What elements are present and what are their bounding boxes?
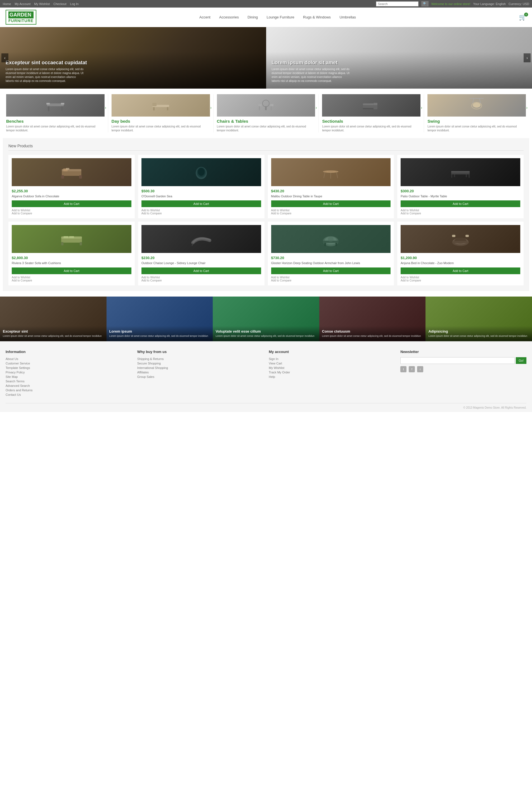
search-input[interactable] — [376, 1, 418, 6]
product-price-6: $230.20 — [141, 256, 261, 260]
footer-privacy-policy[interactable]: Privacy Policy — [5, 370, 132, 374]
banner-title-2: Lorem ipsum — [109, 329, 210, 333]
compare-link-2[interactable]: Add to Compare — [141, 212, 261, 215]
wishlist-link-2[interactable]: Add to Wishlist — [141, 209, 261, 212]
footer-international[interactable]: International Shopping — [137, 366, 263, 369]
svg-rect-27 — [61, 175, 64, 178]
footer-affiliates[interactable]: Affiliates — [137, 370, 263, 374]
footer-shipping-returns[interactable]: Shipping & Returns — [137, 357, 263, 361]
footer-track-order[interactable]: Track My Order — [269, 370, 395, 374]
footer-about-us[interactable]: About Us — [5, 357, 132, 361]
nav-checkout[interactable]: Checkout — [53, 2, 66, 5]
product-links-4: Add to Wishlist Add to Compare — [401, 209, 520, 215]
footer-advanced-search[interactable]: Advanced Search — [5, 384, 132, 387]
category-bench-arrow: › — [105, 106, 106, 110]
wishlist-link-4[interactable]: Add to Wishlist — [401, 209, 520, 212]
footer-help[interactable]: Help — [269, 375, 395, 379]
svg-rect-19 — [374, 103, 377, 105]
category-sectionals-title: Sectionals — [322, 119, 420, 123]
compare-link-4[interactable]: Add to Compare — [401, 212, 520, 215]
banner-item-4[interactable]: Conse ctetuusm Lorem ipsum dolor sit ame… — [319, 297, 426, 341]
logo-furniture: FURNITURE — [8, 18, 34, 23]
add-to-cart-button-7[interactable]: Add to Cart — [271, 267, 391, 274]
add-to-cart-button-1[interactable]: Add to Cart — [12, 200, 131, 207]
category-benches[interactable]: Benches Lorem ipsum dolor sit amet conse… — [3, 94, 108, 133]
svg-rect-4 — [61, 103, 64, 104]
footer-sign-in[interactable]: Sign In — [269, 357, 395, 361]
footer-template-settings[interactable]: Template Settings — [5, 366, 132, 369]
slider-next-button[interactable]: › — [524, 53, 531, 62]
banner-item-1[interactable]: Excepteur sint Lorem ipsum dolor sit ame… — [0, 297, 107, 341]
compare-link-1[interactable]: Add to Compare — [12, 212, 131, 215]
add-to-cart-button-6[interactable]: Add to Cart — [141, 267, 261, 274]
add-to-cart-button-4[interactable]: Add to Cart — [401, 200, 520, 207]
footer-secure-shopping[interactable]: Secure Shopping — [137, 362, 263, 365]
wishlist-link-5[interactable]: Add to Wishlist — [12, 276, 131, 279]
footer-copyright: © 2013 Magento Demo Store. All Rights Re… — [5, 403, 527, 409]
svg-rect-16 — [363, 103, 374, 105]
wishlist-link-1[interactable]: Add to Wishlist — [12, 209, 131, 212]
category-chairs-tables[interactable]: Chairs & Tables Lorem ipsum dolor sit am… — [214, 94, 319, 133]
hero-title-2: Lorem ipsum dolor sit amet — [272, 60, 350, 66]
svg-rect-45 — [454, 174, 455, 177]
nav-home[interactable]: Home — [3, 2, 11, 5]
wishlist-link-3[interactable]: Add to Wishlist — [271, 209, 391, 212]
add-to-cart-button-2[interactable]: Add to Cart — [141, 200, 261, 207]
currency-selector[interactable]: Currency: USD — [509, 2, 529, 5]
product-name-6: Outdoor Chaise Lounge - Sidney Lounge Ch… — [141, 261, 261, 265]
product-name-8: Anjuna Bed in Chocolate - Zuo Modern — [401, 261, 520, 265]
nav-wishlist[interactable]: My Wishlist — [34, 2, 50, 5]
category-daybeds[interactable]: Day beds Lorem ipsum dolor sit amet cons… — [108, 94, 214, 133]
logo[interactable]: GARDEN FURNITURE — [5, 10, 36, 25]
nav-accessories[interactable]: Accessories — [219, 15, 239, 19]
product-image-3 — [271, 158, 391, 186]
footer-orders-returns[interactable]: Orders and Returns — [5, 388, 132, 392]
compare-link-7[interactable]: Add to Compare — [271, 279, 391, 282]
footer-customer-service[interactable]: Customer Service — [5, 362, 132, 365]
nav-umbrellas[interactable]: Umbrellas — [339, 15, 356, 19]
facebook-icon[interactable]: f — [409, 366, 415, 372]
svg-rect-50 — [80, 242, 82, 245]
nav-lounge[interactable]: Lounge Furniture — [267, 15, 294, 19]
footer-contact-us[interactable]: Contact Us — [5, 393, 132, 396]
nav-rugs[interactable]: Rugs & Windows — [303, 15, 331, 19]
category-swing[interactable]: Swing Lorem ipsum dolor sit amet conse c… — [424, 94, 529, 133]
product-card-7: $730.20 Gloster Horizon Deep Seating Out… — [268, 222, 394, 285]
slider-prev-button[interactable]: ‹ — [1, 53, 8, 62]
footer-view-cart[interactable]: View Cart — [269, 362, 395, 365]
footer-site-map[interactable]: Site Map — [5, 375, 132, 379]
nav-accent[interactable]: Accent — [199, 15, 210, 19]
footer-grid: Information About Us Customer Service Te… — [5, 350, 527, 398]
compare-link-5[interactable]: Add to Compare — [12, 279, 131, 282]
banner-item-5[interactable]: Adipisicing Lorem ipsum dolor sit amet c… — [425, 297, 532, 341]
language-selector[interactable]: Your Language: English — [473, 2, 506, 5]
rss-icon[interactable]: r — [417, 366, 423, 372]
search-button[interactable]: 🔍 — [421, 1, 429, 6]
wishlist-link-7[interactable]: Add to Wishlist — [271, 276, 391, 279]
category-sectionals[interactable]: Sectionals Lorem ipsum dolor sit amet co… — [319, 94, 424, 133]
add-to-cart-button-3[interactable]: Add to Cart — [271, 200, 391, 207]
footer-search-terms[interactable]: Search Terms — [5, 380, 132, 383]
add-to-cart-button-5[interactable]: Add to Cart — [12, 267, 131, 274]
compare-link-8[interactable]: Add to Compare — [401, 279, 520, 282]
footer-my-wishlist[interactable]: My Wishlist — [269, 366, 395, 369]
nav-login[interactable]: Log In — [70, 2, 79, 5]
hero-caption-1: Excepteur sint occaecat cupidatat Lorem … — [5, 60, 87, 83]
wishlist-link-6[interactable]: Add to Wishlist — [141, 276, 261, 279]
footer-group-sales[interactable]: Group Sales — [137, 375, 263, 379]
wishlist-link-8[interactable]: Add to Wishlist — [401, 276, 520, 279]
twitter-icon[interactable]: t — [400, 366, 406, 372]
product-card-8: $1,200.90 Anjuna Bed in Chocolate - Zuo … — [397, 222, 524, 285]
nav-dining[interactable]: Dining — [248, 15, 258, 19]
compare-link-3[interactable]: Add to Compare — [271, 212, 391, 215]
banner-item-3[interactable]: Voluptate velit esse cillum Lorem ipsum … — [213, 297, 319, 341]
banner-title-3: Voluptate velit esse cillum — [215, 329, 317, 333]
nav-myaccount[interactable]: My Account — [15, 2, 31, 5]
newsletter-email-input[interactable] — [400, 357, 515, 364]
cart-icon[interactable]: 🛒 0 — [519, 14, 527, 21]
banner-desc-1: Lorem ipsum dolor sit amet conse ctetur … — [3, 334, 104, 338]
compare-link-6[interactable]: Add to Compare — [141, 279, 261, 282]
add-to-cart-button-8[interactable]: Add to Cart — [401, 267, 520, 274]
newsletter-submit-button[interactable]: Go! — [516, 357, 527, 364]
banner-item-2[interactable]: Lorem ipsum Lorem ipsum dolor sit amet c… — [107, 297, 213, 341]
